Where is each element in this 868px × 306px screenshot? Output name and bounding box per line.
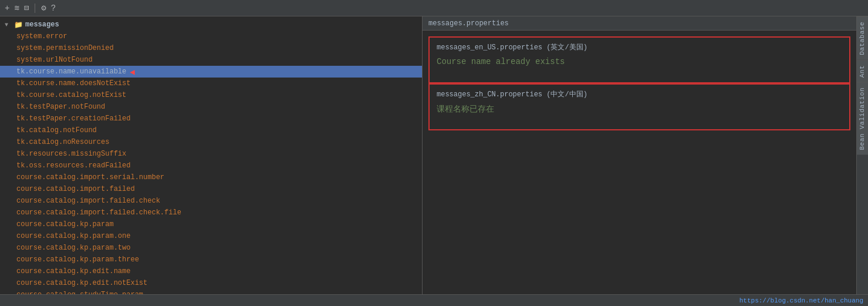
tree-items-container: system.errorsystem.permissionDeniedsyste… [0,31,422,294]
right-panel: messages.properties messages_en_US.prope… [423,16,856,294]
tree-item[interactable]: tk.course.name.unavailable ◀ [0,66,422,78]
tree-item-label: tk.course.name.doesNotExist [16,79,130,88]
tree-item-label: system.urlNotFound [16,56,93,64]
help-icon[interactable]: ? [51,4,56,13]
tree-item[interactable]: tk.resources.missingSuffix [0,148,422,160]
tree-item[interactable]: tk.testPaper.notFound [0,101,422,113]
tree-item-label: system.permissionDenied [16,44,114,52]
add-icon[interactable]: + [5,4,9,13]
tree-item[interactable]: tk.catalog.noResources [0,136,422,148]
side-tabs: DatabaseAntBean Validation [856,16,868,294]
tree-item-label: tk.testPaper.creationFailed [16,115,130,123]
tree-item[interactable]: course.catalog.kp.param [0,218,422,230]
tree-item-label: course.catalog.kp.param.one [16,232,130,240]
tree-item-label: course.catalog.import.failed [16,185,135,193]
side-tabs-container: DatabaseAntBean Validation [857,16,869,155]
prop-card-header: messages_zh_CN.properties (中文/中国) [437,89,842,99]
settings-icon[interactable]: ⚙ [41,3,46,13]
tree-root-label: messages [25,21,59,29]
toolbar-separator [35,4,35,13]
tree-item[interactable]: course.catalog.kp.param.three [0,254,422,265]
tree-item-label: course.catalog.kp.param [16,220,114,228]
tree-item-label: tk.resources.missingSuffix [16,150,126,158]
tree-item[interactable]: system.permissionDenied [0,42,422,54]
tree-item-label: course.catalog.import.failed.check.file [16,209,181,217]
tree-item[interactable]: tk.testPaper.creationFailed [0,113,422,125]
tree-item[interactable]: course.catalog.kp.param.two [0,242,422,254]
cards-container: messages_en_US.properties (英文/美国)Course … [428,36,850,130]
tree-root-item[interactable]: ▼ 📁 messages [0,19,422,31]
main-layout: ▼ 📁 messages system.errorsystem.permissi… [0,16,868,294]
tree-item[interactable]: course.catalog.kp.edit.notExist [0,277,422,289]
tree-item-label: course.catalog.kp.param.two [16,244,130,252]
tree-item[interactable]: tk.course.name.doesNotExist [0,78,422,89]
tree-item[interactable]: course.catalog.import.failed [0,183,422,195]
tree-item[interactable]: course.catalog.import.serial.number [0,172,422,183]
right-header-label: messages.properties [428,19,509,28]
side-tab-database[interactable]: Database [857,16,869,60]
tree-item[interactable]: tk.catalog.notFound [0,125,422,136]
folder-icon: 📁 [14,21,23,29]
tree-item[interactable]: system.urlNotFound [0,54,422,66]
tree-item[interactable]: course.catalog.import.failed.check.file [0,207,422,218]
tree-item-label: tk.course.name.unavailable [16,68,126,76]
tree-item-label: course.catalog.import.failed.check [16,197,160,205]
sort-icon[interactable]: ≋ [14,3,19,13]
tree-item-label: course.catalog.kp.edit.notExist [16,279,147,287]
tree-root: ▼ 📁 messages system.errorsystem.permissi… [0,16,422,294]
tree-item[interactable]: tk.oss.resources.readFailed [0,160,422,172]
tree-toggle-icon: ▼ [5,22,14,28]
prop-card-value[interactable]: Course name already exists [437,57,842,66]
tree-item[interactable]: course.catalog.kp.param.one [0,230,422,242]
tree-item-label: course.catalog.kp.param.three [16,255,139,264]
prop-card-header: messages_en_US.properties (英文/美国) [437,42,842,52]
file-tree-panel: ▼ 📁 messages system.errorsystem.permissi… [0,16,423,294]
tree-item-label: tk.testPaper.notFound [16,103,105,111]
side-tab-ant[interactable]: Ant [857,60,869,82]
right-panel-header: messages.properties [423,16,856,31]
property-card-en_card: messages_en_US.properties (英文/美国)Course … [428,36,850,83]
collapse-icon[interactable]: ⊟ [24,3,29,13]
tree-item-label: tk.oss.resources.readFailed [16,162,130,170]
tree-item-label: course.catalog.import.serial.number [16,173,164,181]
tree-item-label: tk.catalog.noResources [16,138,109,146]
tree-item[interactable]: course.catalog.studyTime.param [0,289,422,294]
tree-item[interactable]: course.catalog.import.failed.check [0,195,422,207]
property-card-zh_card: messages_zh_CN.properties (中文/中国)课程名称已存在 [428,83,850,130]
prop-card-value[interactable]: 课程名称已存在 [437,104,842,115]
arrow-icon: ◀ [130,67,134,77]
toolbar: + ≋ ⊟ ⚙ ? [0,0,868,16]
status-bar: https://blog.csdn.net/han_chuang [0,294,868,306]
tree-item[interactable]: system.error [0,31,422,42]
tree-item[interactable]: tk.course.catalog.notExist [0,89,422,101]
tree-item-label: tk.course.catalog.notExist [16,91,126,99]
side-tab-bean_validation[interactable]: Bean Validation [857,82,869,155]
tree-item[interactable]: course.catalog.kp.edit.name [0,265,422,277]
right-panel-content: messages_en_US.properties (英文/美国)Course … [423,31,856,294]
tree-item-label: course.catalog.kp.edit.name [16,267,130,275]
status-url[interactable]: https://blog.csdn.net/han_chuang [739,297,863,304]
tree-item-label: system.error [16,32,67,41]
tree-item-label: tk.catalog.notFound [16,126,97,134]
